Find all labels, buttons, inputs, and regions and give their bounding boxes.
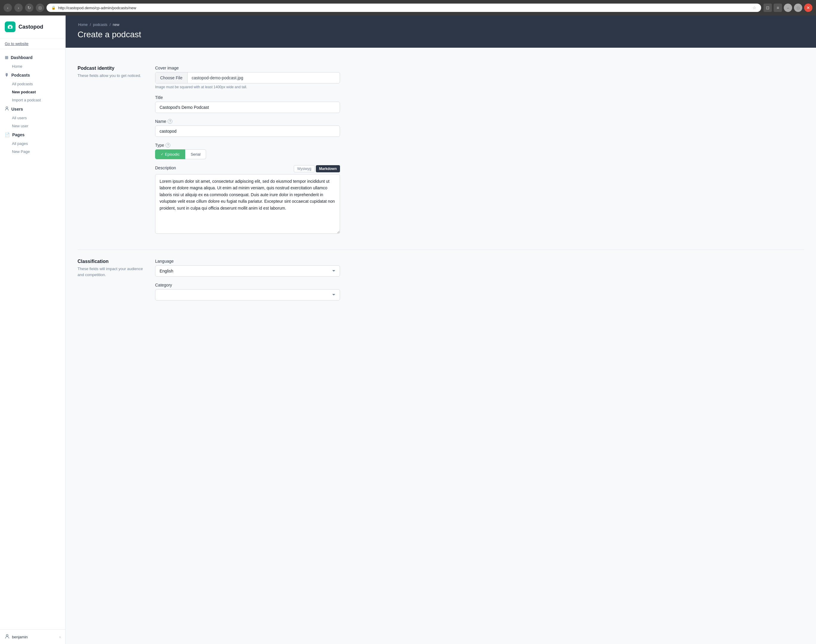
sidebar-section-podcasts: 🎙 Podcasts bbox=[0, 71, 65, 80]
forward-button[interactable]: › bbox=[14, 3, 23, 12]
sidebar-item-new-podcast[interactable]: New podcast bbox=[0, 88, 65, 96]
pages-icon: 📄 bbox=[5, 132, 10, 137]
field-name: Name ? bbox=[155, 119, 340, 137]
sidebar-goto-website: Go to website bbox=[0, 38, 65, 49]
sidebar-item-all-pages[interactable]: All pages bbox=[0, 140, 65, 147]
star-icon: ☆ bbox=[753, 5, 756, 10]
goto-website-link[interactable]: Go to website bbox=[5, 41, 61, 46]
breadcrumb-home[interactable]: Home bbox=[78, 23, 88, 27]
type-help-icon[interactable]: ? bbox=[166, 143, 170, 147]
description-textarea[interactable]: Lorem ipsum dolor sit amet, consectetur … bbox=[155, 174, 340, 234]
breadcrumb-sep1: / bbox=[90, 23, 90, 27]
section-info-classification: Classification These fields will impact … bbox=[78, 259, 143, 307]
dashboard-icon: ⊞ bbox=[5, 55, 8, 60]
minimize-button[interactable]: – bbox=[784, 3, 792, 12]
breadcrumb: Home / podcasts / new bbox=[78, 23, 804, 27]
sidebar-item-all-users[interactable]: All users bbox=[0, 114, 65, 122]
sidebar-item-home[interactable]: Home bbox=[0, 62, 65, 71]
user-avatar-icon bbox=[5, 634, 9, 640]
category-select[interactable] bbox=[155, 289, 340, 301]
field-category: Category bbox=[155, 283, 340, 301]
name-input[interactable] bbox=[155, 126, 340, 137]
users-icon bbox=[5, 106, 9, 112]
section-title-identity: Podcast identity bbox=[78, 66, 143, 71]
form-area: Podcast identity These fields allow you … bbox=[66, 48, 816, 324]
lock-icon: 🔒 bbox=[51, 6, 56, 10]
sidebar-logo: Castopod bbox=[0, 15, 65, 38]
section-title-classification: Classification bbox=[78, 259, 143, 264]
sidebar-user[interactable]: benjamin › bbox=[0, 629, 65, 644]
page-header: Home / podcasts / new Create a podcast bbox=[66, 15, 816, 48]
refresh-button[interactable]: ↻ bbox=[25, 3, 34, 12]
sidebar-section-dashboard: ⊞ Dashboard bbox=[0, 53, 65, 62]
sidebar-section-pages: 📄 Pages bbox=[0, 130, 65, 140]
svg-point-4 bbox=[6, 635, 8, 636]
breadcrumb-current: new bbox=[113, 23, 119, 27]
name-label: Name ? bbox=[155, 119, 340, 124]
dashboard-label: Dashboard bbox=[11, 55, 32, 60]
menu-button[interactable]: ≡ bbox=[774, 3, 782, 12]
close-button[interactable]: ✕ bbox=[804, 3, 813, 12]
type-episodic-button[interactable]: ✓ Episodic bbox=[155, 149, 185, 159]
language-select[interactable]: English French Spanish German bbox=[155, 265, 340, 277]
user-name: benjamin bbox=[12, 635, 28, 639]
sidebar-item-new-page[interactable]: New Page bbox=[0, 147, 65, 156]
sidebar: Castopod Go to website ⊞ Dashboard Home … bbox=[0, 15, 66, 644]
tab-wysiwyg[interactable]: Wysiwyg bbox=[294, 165, 314, 172]
maximize-button[interactable]: □ bbox=[794, 3, 802, 12]
field-type: Type ? ✓ Episodic Serial bbox=[155, 143, 340, 159]
screen-reader-button[interactable]: ⊡ bbox=[764, 3, 772, 12]
user-info: benjamin bbox=[5, 634, 28, 640]
type-label: Type ? bbox=[155, 143, 340, 147]
section-fields-identity: Cover image Choose File castopod-demo-po… bbox=[155, 66, 340, 241]
back-button[interactable]: ‹ bbox=[3, 3, 12, 12]
section-fields-classification: Language English French Spanish German C… bbox=[155, 259, 340, 307]
tab-markdown[interactable]: Markdown bbox=[316, 165, 340, 172]
sidebar-section-users: Users bbox=[0, 104, 65, 114]
users-label: Users bbox=[11, 107, 23, 112]
category-label: Category bbox=[155, 283, 340, 287]
pages-label: Pages bbox=[12, 132, 25, 137]
user-chevron-icon: › bbox=[59, 635, 61, 639]
file-name-display: castopod-demo-podcast.jpg bbox=[187, 72, 247, 83]
svg-rect-2 bbox=[9, 25, 12, 26]
field-cover-image: Cover image Choose File castopod-demo-po… bbox=[155, 66, 340, 89]
sidebar-nav: ⊞ Dashboard Home 🎙 Podcasts All podcasts… bbox=[0, 49, 65, 629]
sidebar-item-import-podcast[interactable]: Import a podcast bbox=[0, 96, 65, 104]
browser-controls: ⊡ ≡ – □ ✕ bbox=[764, 3, 813, 12]
title-label: Title bbox=[155, 95, 340, 100]
podcasts-icon: 🎙 bbox=[5, 73, 9, 78]
language-label: Language bbox=[155, 259, 340, 264]
choose-file-button[interactable]: Choose File bbox=[155, 72, 187, 83]
type-serial-button[interactable]: Serial bbox=[185, 149, 206, 159]
main-content: Home / podcasts / new Create a podcast P… bbox=[66, 15, 816, 644]
svg-point-3 bbox=[6, 107, 8, 109]
url-bar: 🔒 http://castopod.demo/cp-admin/podcasts… bbox=[46, 3, 761, 12]
cover-image-hint: Image must be squared with at least 1400… bbox=[155, 85, 340, 89]
breadcrumb-podcasts[interactable]: podcasts bbox=[93, 23, 107, 27]
type-toggle: ✓ Episodic Serial bbox=[155, 149, 340, 159]
name-help-icon[interactable]: ? bbox=[168, 119, 172, 124]
sidebar-item-new-user[interactable]: New user bbox=[0, 122, 65, 130]
url-text: http://castopod.demo/cp-admin/podcasts/n… bbox=[58, 6, 750, 10]
podcasts-label: Podcasts bbox=[11, 73, 30, 78]
page-title: Create a podcast bbox=[78, 30, 804, 39]
field-language: Language English French Spanish German bbox=[155, 259, 340, 277]
app-layout: Castopod Go to website ⊞ Dashboard Home … bbox=[0, 15, 816, 644]
browser-chrome: ‹ › ↻ ⊡ 🔒 http://castopod.demo/cp-admin/… bbox=[0, 0, 816, 15]
section-desc-identity: These fields allow you to get noticed. bbox=[78, 73, 143, 79]
logo-text: Castopod bbox=[18, 24, 43, 30]
classification-section: Classification These fields will impact … bbox=[78, 250, 804, 316]
bookmark-button[interactable]: ⊡ bbox=[36, 3, 44, 12]
field-description: Description Wysiwyg Markdown Lorem ipsum… bbox=[155, 165, 340, 235]
breadcrumb-sep2: / bbox=[109, 23, 110, 27]
editor-tabs: Wysiwyg Markdown bbox=[294, 165, 340, 172]
section-desc-classification: These fields will impact your audience a… bbox=[78, 266, 143, 278]
cover-image-label: Cover image bbox=[155, 66, 340, 71]
description-header: Description Wysiwyg Markdown bbox=[155, 165, 340, 172]
episodic-check-icon: ✓ bbox=[161, 152, 163, 156]
sidebar-item-all-podcasts[interactable]: All podcasts bbox=[0, 80, 65, 88]
svg-point-1 bbox=[9, 26, 11, 28]
title-input[interactable] bbox=[155, 102, 340, 113]
description-label: Description bbox=[155, 166, 176, 170]
